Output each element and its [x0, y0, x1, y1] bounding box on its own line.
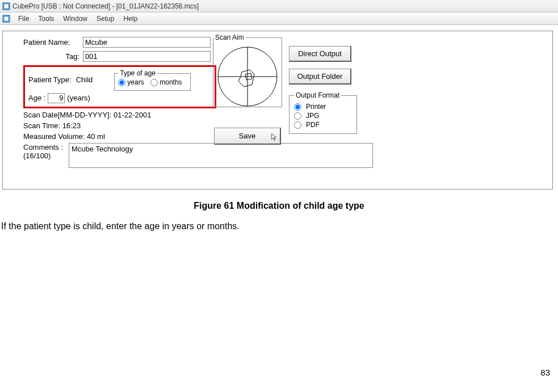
cursor-icon — [271, 133, 278, 141]
page-number: 83 — [0, 368, 558, 377]
scan-date-line: Scan Date[MM-DD-YYYY]: 01-22-2001 — [23, 111, 544, 119]
patient-name-label: Patient Name: — [23, 38, 83, 47]
age-label: Age : — [28, 94, 45, 102]
svg-rect-1 — [5, 4, 9, 8]
scan-aim-panel: Scan Aim — [213, 33, 282, 107]
figure-caption: Figure 61 Modification of child age type — [0, 201, 558, 211]
format-pdf-label: PDF — [306, 121, 320, 129]
output-format-panel: Output Format Printer JPG PDF — [289, 91, 357, 134]
menu-window[interactable]: Window — [58, 14, 92, 24]
right-column: Direct Output Output Folder Output Forma… — [289, 46, 357, 134]
menu-help[interactable]: Help — [119, 14, 142, 24]
format-jpg-row[interactable]: JPG — [294, 112, 352, 120]
format-printer-row[interactable]: Printer — [294, 103, 352, 111]
output-folder-button[interactable]: Output Folder — [289, 69, 351, 85]
main-panel: Patient Name: Tag: Patient Type: Child T… — [2, 31, 553, 189]
doc-body-text: If the patient type is child, enter the … — [0, 221, 558, 231]
radio-months-label[interactable]: months — [150, 78, 182, 86]
format-pdf-row[interactable]: PDF — [294, 121, 352, 129]
age-unit: (years) — [67, 94, 90, 102]
app-window: CubePro [USB : Not Connected] - [01_01JA… — [0, 0, 558, 192]
type-of-age-legend: Type of age — [118, 69, 157, 77]
scan-aim-display — [217, 46, 278, 107]
patient-name-input[interactable] — [83, 37, 211, 48]
tag-label: Tag: — [23, 52, 83, 61]
menubar: File Tools Window Setup Help — [0, 12, 558, 25]
output-format-legend: Output Format — [294, 91, 341, 99]
toolbar-icon — [2, 15, 10, 23]
format-jpg-label: JPG — [306, 112, 319, 120]
menu-tools[interactable]: Tools — [33, 14, 58, 24]
scan-time-line: Scan Time: 16:23 — [23, 121, 544, 130]
radio-printer[interactable] — [294, 103, 301, 111]
app-icon — [2, 2, 10, 10]
patient-type-value: Child — [76, 75, 93, 84]
highlighted-age-box: Patient Type: Child Type of age years mo… — [23, 65, 216, 108]
titlebar: CubePro [USB : Not Connected] - [01_01JA… — [0, 0, 558, 12]
radio-months-text: months — [160, 78, 182, 86]
radio-years-label[interactable]: years — [118, 78, 144, 86]
radio-jpg[interactable] — [294, 112, 301, 120]
age-input[interactable] — [48, 93, 65, 103]
save-button[interactable]: Save — [214, 128, 281, 145]
save-button-label: Save — [239, 132, 256, 140]
scan-aim-legend: Scan Aim — [213, 33, 246, 41]
content-area: Patient Name: Tag: Patient Type: Child T… — [0, 25, 558, 192]
menu-setup[interactable]: Setup — [92, 14, 119, 24]
comments-label: Comments : — [23, 143, 65, 151]
format-printer-label: Printer — [306, 103, 326, 111]
titlebar-text: CubePro [USB : Not Connected] - [01_01JA… — [12, 2, 199, 10]
menu-file[interactable]: File — [14, 14, 33, 24]
patient-type-label: Patient Type: — [28, 75, 72, 84]
radio-years[interactable] — [118, 79, 125, 86]
radio-pdf[interactable] — [294, 121, 301, 129]
radio-months[interactable] — [150, 79, 158, 86]
radio-years-text: years — [127, 78, 144, 86]
comments-input[interactable] — [69, 143, 373, 168]
direct-output-button[interactable]: Direct Output — [289, 46, 351, 62]
comments-counter: (16/100) — [23, 151, 65, 160]
svg-rect-3 — [5, 16, 9, 20]
tag-input[interactable] — [83, 51, 211, 62]
measured-volume-line: Measured Volume: 40 ml — [23, 132, 544, 141]
